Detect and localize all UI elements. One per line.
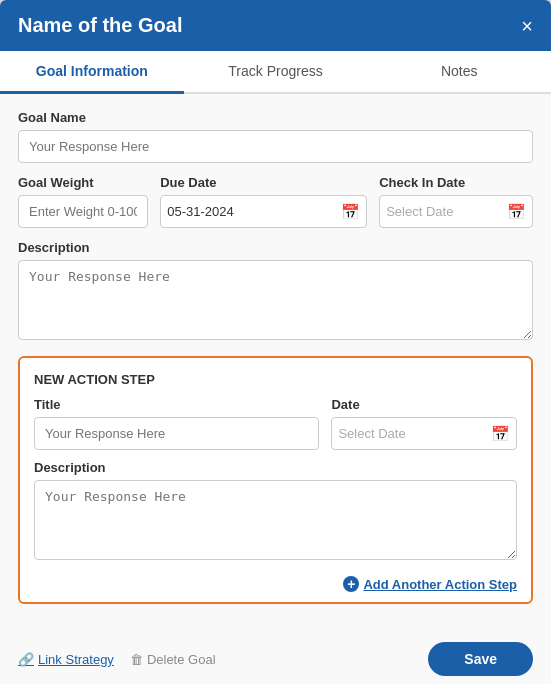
link-icon: 🔗	[18, 652, 34, 667]
action-step-date-label: Date	[331, 397, 517, 412]
goal-weight-label: Goal Weight	[18, 175, 148, 190]
action-step-description-label: Description	[34, 460, 517, 475]
link-strategy-button[interactable]: 🔗 Link Strategy	[18, 652, 114, 667]
goal-weight-col: Goal Weight	[18, 175, 148, 228]
add-action-label: Add Another Action Step	[363, 577, 517, 592]
tab-notes[interactable]: Notes	[367, 51, 551, 94]
action-step-description-group: Description	[34, 460, 517, 564]
description-group: Description	[18, 240, 533, 344]
modal-header: Name of the Goal ×	[0, 0, 551, 51]
check-in-calendar-icon[interactable]: 📅	[507, 203, 526, 221]
due-date-calendar-icon[interactable]: 📅	[341, 203, 360, 221]
add-action-button[interactable]: + Add Another Action Step	[343, 576, 517, 592]
action-step-description-textarea[interactable]	[34, 480, 517, 560]
due-date-input-wrap[interactable]: 📅	[160, 195, 367, 228]
modal-body: Goal Name Goal Weight Due Date 📅 Check I…	[0, 94, 551, 632]
due-date-input[interactable]	[161, 196, 341, 227]
action-step-title-col: Title	[34, 397, 319, 450]
save-button[interactable]: Save	[428, 642, 533, 676]
goal-weight-input[interactable]	[18, 195, 148, 228]
action-step-date-input-wrap[interactable]: Select Date 📅	[331, 417, 517, 450]
due-date-col: Due Date 📅	[160, 175, 367, 228]
add-action-plus-icon: +	[343, 576, 359, 592]
tab-bar: Goal Information Track Progress Notes	[0, 51, 551, 94]
check-in-date-label: Check In Date	[379, 175, 533, 190]
goal-name-label: Goal Name	[18, 110, 533, 125]
modal-footer: 🔗 Link Strategy 🗑 Delete Goal Save	[0, 632, 551, 684]
description-label: Description	[18, 240, 533, 255]
link-strategy-label: Link Strategy	[38, 652, 114, 667]
action-step-title: NEW ACTION STEP	[34, 372, 517, 387]
action-step-title-input[interactable]	[34, 417, 319, 450]
action-step-calendar-icon[interactable]: 📅	[491, 425, 510, 443]
check-in-date-input-wrap[interactable]: Select Date 📅	[379, 195, 533, 228]
check-in-date-col: Check In Date Select Date 📅	[379, 175, 533, 228]
delete-goal-label: Delete Goal	[147, 652, 216, 667]
trash-icon: 🗑	[130, 652, 143, 667]
action-step-date-col: Date Select Date 📅	[331, 397, 517, 450]
tab-goal-information[interactable]: Goal Information	[0, 51, 184, 94]
goal-name-group: Goal Name	[18, 110, 533, 163]
due-date-label: Due Date	[160, 175, 367, 190]
close-button[interactable]: ×	[521, 16, 533, 36]
action-step-section: NEW ACTION STEP Title Date Select Date 📅…	[18, 356, 533, 604]
modal-title: Name of the Goal	[18, 14, 182, 37]
tab-track-progress[interactable]: Track Progress	[184, 51, 368, 94]
delete-goal-button[interactable]: 🗑 Delete Goal	[130, 652, 216, 667]
action-step-title-date-row: Title Date Select Date 📅	[34, 397, 517, 450]
goal-name-input[interactable]	[18, 130, 533, 163]
modal: Name of the Goal × Goal Information Trac…	[0, 0, 551, 684]
description-textarea[interactable]	[18, 260, 533, 340]
check-in-date-placeholder: Select Date	[380, 196, 507, 227]
action-step-title-label: Title	[34, 397, 319, 412]
dates-row: Goal Weight Due Date 📅 Check In Date Sel…	[18, 175, 533, 228]
footer-links: 🔗 Link Strategy 🗑 Delete Goal	[18, 652, 216, 667]
add-action-wrap: + Add Another Action Step	[34, 576, 517, 592]
action-step-date-placeholder: Select Date	[332, 418, 491, 449]
